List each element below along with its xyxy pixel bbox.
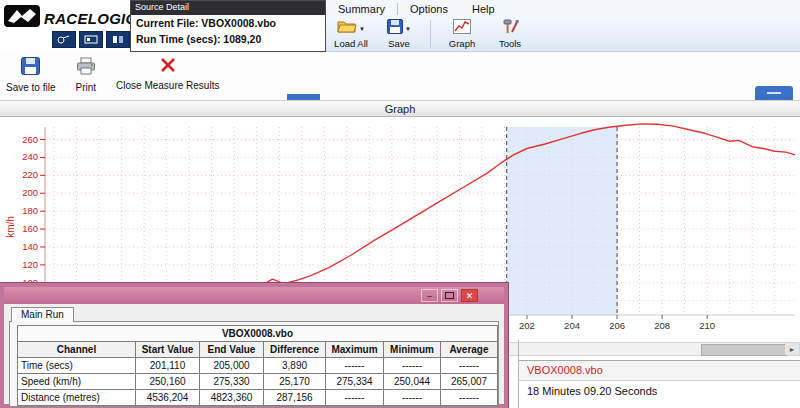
graph-icon bbox=[453, 19, 471, 38]
svg-text:140: 140 bbox=[22, 241, 38, 252]
file-duration-text: 18 Minutes 09.20 Seconds bbox=[519, 381, 800, 401]
column-header: Minimum bbox=[384, 342, 441, 358]
folder-open-icon bbox=[337, 19, 357, 38]
measure-tab-panel: VBOX0008.vboChannelStart ValueEnd ValueD… bbox=[9, 321, 499, 407]
svg-text:210: 210 bbox=[699, 320, 715, 331]
menu-help[interactable]: Help bbox=[460, 2, 507, 16]
save-icon bbox=[21, 57, 40, 79]
table-title: VBOX0008.vbo bbox=[18, 326, 498, 342]
svg-text:160: 160 bbox=[22, 223, 38, 234]
menu-summary[interactable]: Summary bbox=[326, 2, 397, 16]
svg-text:202: 202 bbox=[519, 320, 535, 331]
svg-text:200: 200 bbox=[22, 187, 38, 198]
chevron-down-icon[interactable]: ▼ bbox=[359, 26, 365, 32]
file-list-item[interactable]: VBOX0008.vbo bbox=[519, 361, 800, 381]
column-header: Channel bbox=[18, 342, 136, 358]
column-header: Maximum bbox=[326, 342, 384, 358]
menu-options[interactable]: Options bbox=[398, 2, 460, 16]
svg-text:120: 120 bbox=[22, 259, 38, 270]
chip-icon bbox=[106, 31, 130, 48]
source-detail-panel: Source Detail Current File: VBOX0008.vbo… bbox=[130, 0, 326, 52]
logo-text: RACELOGIC bbox=[44, 10, 137, 27]
close-x-icon bbox=[160, 57, 176, 77]
print-button[interactable]: Print bbox=[75, 52, 96, 100]
tools-icon bbox=[502, 19, 519, 38]
save-button[interactable]: ▼ Save bbox=[382, 18, 416, 49]
logo-app-tiles bbox=[52, 31, 130, 48]
printer-icon bbox=[76, 57, 96, 79]
vbox-module-icon bbox=[79, 31, 103, 48]
table-row: Distance (metres)4536,2044823,360287,156… bbox=[18, 390, 498, 406]
column-header: Start Value bbox=[136, 342, 200, 358]
chevron-down-icon[interactable]: ▼ bbox=[405, 26, 411, 32]
graph-window-titlebar[interactable]: Graph bbox=[0, 100, 800, 117]
satellite-icon bbox=[52, 31, 76, 48]
current-file-text: Current File: VBOX0008.vbo bbox=[131, 15, 325, 31]
svg-text:204: 204 bbox=[564, 320, 580, 331]
popup-titlebar[interactable]: – ✕ bbox=[4, 287, 504, 304]
file-summary-panel: VBOX0008.vbo 18 Minutes 09.20 Seconds bbox=[519, 360, 800, 408]
menu-bar: Summary Options Help bbox=[326, 0, 800, 19]
table-row: Speed (km/h)250,160275,33025,170275,3342… bbox=[18, 374, 498, 390]
minimize-button[interactable]: – bbox=[421, 289, 438, 302]
graph-button[interactable]: Graph bbox=[445, 18, 479, 49]
svg-text:220: 220 bbox=[22, 169, 38, 180]
svg-text:208: 208 bbox=[654, 320, 670, 331]
toolbar-separator bbox=[430, 20, 431, 48]
logo-block: RACELOGIC bbox=[0, 0, 130, 52]
close-measure-results-button[interactable]: Close Measure Results bbox=[116, 52, 219, 100]
svg-text:km/h: km/h bbox=[5, 216, 16, 238]
measure-results-table: VBOX0008.vboChannelStart ValueEnd ValueD… bbox=[17, 325, 498, 406]
run-time-text: Run Time (secs): 1089,20 bbox=[131, 31, 325, 47]
table-row: Time (secs)201,110205,0003,890----------… bbox=[18, 358, 498, 374]
svg-text:260: 260 bbox=[22, 134, 38, 145]
application-window: RACELOGIC Source Detail Current File: VB… bbox=[0, 0, 800, 408]
main-toolbar: ▼ Load All ▼ Save bbox=[326, 18, 800, 52]
column-header: Average bbox=[441, 342, 498, 358]
window-fragment bbox=[755, 86, 793, 100]
close-button[interactable]: ✕ bbox=[461, 289, 478, 302]
tools-button[interactable]: Tools bbox=[493, 18, 527, 49]
graph-window-title: Graph bbox=[385, 103, 416, 115]
svg-text:180: 180 bbox=[22, 205, 38, 216]
save-to-file-button[interactable]: Save to file bbox=[6, 52, 55, 100]
measure-toolbar: Save to file Print Close Measure Resul bbox=[0, 52, 800, 100]
source-detail-title: Source Detail bbox=[131, 1, 325, 15]
scrollbar-thumb[interactable] bbox=[701, 344, 787, 356]
load-all-button[interactable]: ▼ Load All bbox=[334, 18, 368, 49]
scroll-right-arrow[interactable]: ► bbox=[785, 343, 799, 355]
svg-text:206: 206 bbox=[609, 320, 625, 331]
tab-main-run[interactable]: Main Run bbox=[11, 307, 74, 322]
maximize-button[interactable] bbox=[441, 289, 458, 302]
save-icon bbox=[387, 19, 403, 38]
svg-text:240: 240 bbox=[22, 151, 38, 162]
measure-results-window: – ✕ Main Run VBOX0008.vboChannelStart Va… bbox=[0, 283, 508, 408]
column-header: End Value bbox=[200, 342, 264, 358]
racelogic-logo-icon bbox=[4, 5, 40, 31]
column-header: Difference bbox=[264, 342, 326, 358]
